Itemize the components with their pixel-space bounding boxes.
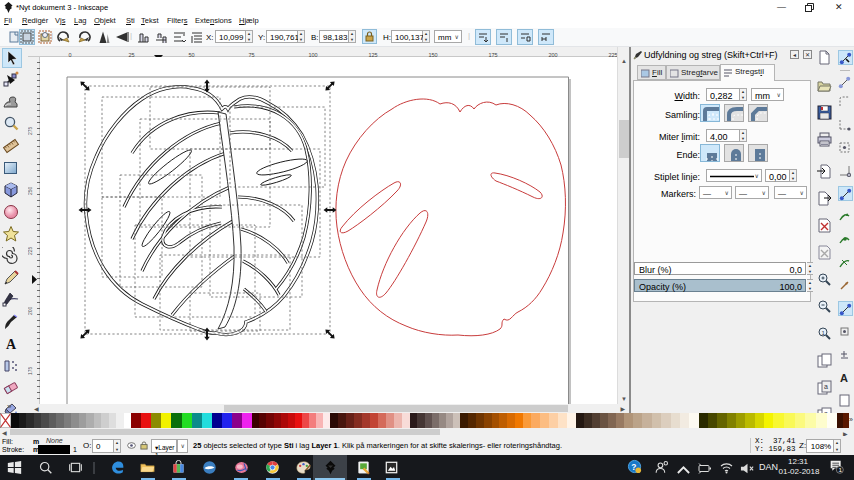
svg-text:a: a	[824, 383, 828, 390]
svg-text:200: 200	[28, 306, 33, 315]
svg-text:A: A	[6, 337, 17, 352]
svg-text:1: 1	[839, 466, 843, 473]
svg-text:A: A	[840, 372, 848, 384]
svg-text:175: 175	[28, 366, 33, 375]
svg-text:225: 225	[28, 246, 33, 255]
svg-text:250: 250	[28, 186, 33, 195]
svg-text:275: 275	[28, 126, 33, 135]
